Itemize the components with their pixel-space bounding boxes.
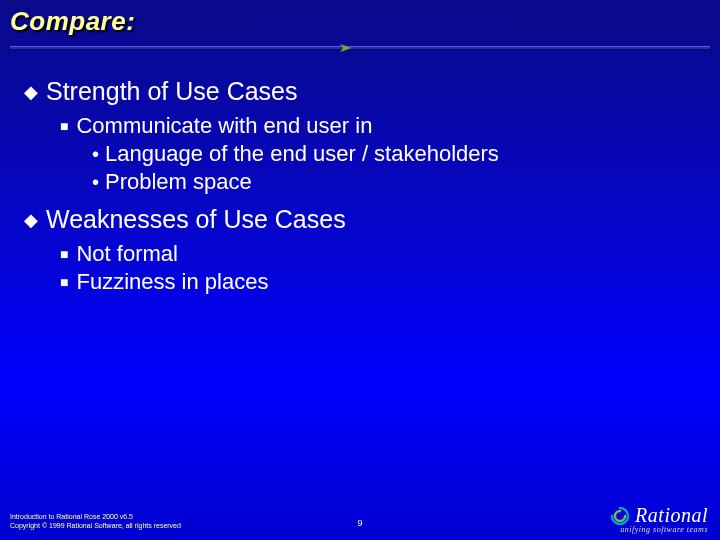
item-fuzziness: ■ Fuzziness in places [60, 269, 700, 295]
diamond-bullet-icon: ◆ [24, 205, 38, 235]
title-bar: Compare: [0, 0, 720, 37]
heading-text: Strength of Use Cases [46, 77, 298, 106]
footer-line1: Introduction to Rational Rose 2000 v6.5 [10, 512, 181, 521]
item-text: Fuzziness in places [76, 269, 268, 295]
dot-bullet-icon: • [92, 169, 99, 195]
heading-strength: ◆ Strength of Use Cases [24, 77, 700, 107]
slide-footer: Introduction to Rational Rose 2000 v6.5 … [0, 500, 720, 540]
item-text: Communicate with end user in [76, 113, 372, 139]
square-bullet-icon: ■ [60, 269, 68, 295]
footer-line2: Copyright © 1999 Rational Software, all … [10, 521, 181, 530]
square-bullet-icon: ■ [60, 113, 68, 139]
subitem-text: Language of the end user / stakeholders [105, 141, 499, 167]
footer-right: Rational unifying software teams [609, 504, 708, 534]
subitem-language: • Language of the end user / stakeholder… [92, 141, 700, 167]
subitem-problem-space: • Problem space [92, 169, 700, 195]
slide-content: ◆ Strength of Use Cases ■ Communicate wi… [0, 57, 720, 295]
heading-text: Weaknesses of Use Cases [46, 205, 346, 234]
svg-marker-0 [340, 44, 352, 52]
slide-title: Compare: [10, 6, 720, 37]
divider-line [10, 46, 710, 50]
heading-weakness: ◆ Weaknesses of Use Cases [24, 205, 700, 235]
item-not-formal: ■ Not formal [60, 241, 700, 267]
title-divider [0, 43, 720, 57]
brand-name: Rational [635, 504, 708, 527]
footer-left: Introduction to Rational Rose 2000 v6.5 … [10, 512, 181, 530]
subitem-text: Problem space [105, 169, 252, 195]
brand-logo: Rational [609, 504, 708, 527]
square-bullet-icon: ■ [60, 241, 68, 267]
swirl-icon [609, 505, 631, 527]
item-text: Not formal [76, 241, 177, 267]
page-number: 9 [357, 518, 362, 528]
diamond-bullet-icon: ◆ [24, 77, 38, 107]
arrow-icon [340, 42, 354, 54]
dot-bullet-icon: • [92, 141, 99, 167]
item-communicate: ■ Communicate with end user in [60, 113, 700, 139]
